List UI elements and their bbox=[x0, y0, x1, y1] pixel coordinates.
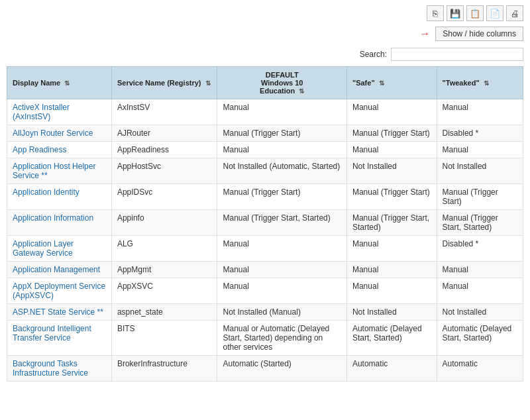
toolbar: ⎘ 💾 📋 📄 🖨 bbox=[0, 0, 530, 24]
sort-icon-registry: ⇅ bbox=[205, 79, 211, 87]
cell-default: Automatic (Started) bbox=[217, 356, 346, 382]
service-link[interactable]: AppX Deployment Service (AppXSVC) bbox=[13, 282, 105, 300]
table-row: Background Intelligent Transfer ServiceB… bbox=[7, 321, 523, 356]
cell-display-name: Application Identity bbox=[7, 184, 112, 210]
cell-registry-name: aspnet_state bbox=[111, 304, 217, 321]
cell-registry-name: ALG bbox=[111, 236, 217, 262]
search-input[interactable] bbox=[391, 48, 523, 61]
search-row: Search: bbox=[0, 45, 530, 66]
cell-default: Manual bbox=[217, 278, 346, 304]
cell-safe: Manual (Trigger Start) bbox=[346, 125, 437, 142]
save-icon-btn[interactable]: 💾 bbox=[447, 5, 464, 21]
cell-safe: Manual bbox=[346, 262, 437, 278]
table-row: Application InformationAppinfoManual (Tr… bbox=[7, 210, 523, 236]
cell-display-name: Application Host Helper Service ** bbox=[7, 158, 112, 184]
col-header-default[interactable]: DEFAULTWindows 10Education ⇅ bbox=[217, 67, 346, 99]
cell-display-name: Application Layer Gateway Service bbox=[7, 236, 112, 262]
cell-default: Manual or Automatic (Delayed Start, Star… bbox=[217, 321, 346, 356]
table-row: ActiveX Installer (AxInstSV)AxInstSVManu… bbox=[7, 99, 523, 125]
service-link[interactable]: Background Tasks Infrastructure Service bbox=[13, 359, 88, 378]
cell-tweaked: Manual bbox=[437, 142, 523, 158]
cell-display-name: AppX Deployment Service (AppXSVC) bbox=[7, 278, 112, 304]
service-link[interactable]: Application Identity bbox=[13, 187, 80, 197]
cell-registry-name: Appinfo bbox=[111, 210, 217, 236]
service-link[interactable]: Application Layer Gateway Service bbox=[13, 239, 74, 258]
pdf-icon-btn[interactable]: 📄 bbox=[486, 5, 504, 21]
cell-safe: Manual (Trigger Start, Started) bbox=[346, 210, 437, 236]
cell-registry-name: BITS bbox=[111, 321, 217, 356]
cell-default: Manual bbox=[217, 236, 346, 262]
col-header-service-name[interactable]: Service Name (Registry) ⇅ bbox=[111, 67, 217, 99]
arrow-icon: → bbox=[419, 28, 430, 40]
table-row: ASP.NET State Service **aspnet_stateNot … bbox=[7, 304, 523, 321]
cell-safe: Manual bbox=[346, 99, 437, 125]
cell-safe: Automatic (Delayed Start, Started) bbox=[346, 321, 437, 356]
table-row: Application ManagementAppMgmtManualManua… bbox=[7, 262, 523, 278]
table-container: Display Name ⇅ Service Name (Registry) ⇅… bbox=[0, 66, 530, 388]
cell-display-name: App Readiness bbox=[7, 142, 112, 158]
show-hide-row: → Show / hide columns bbox=[0, 24, 530, 45]
cell-safe: Manual bbox=[346, 278, 437, 304]
table-row: Application Host Helper Service **AppHos… bbox=[7, 158, 523, 184]
cell-tweaked: Disabled * bbox=[437, 125, 523, 142]
table-row: Application IdentityAppIDSvcManual (Trig… bbox=[7, 184, 523, 210]
search-label: Search: bbox=[360, 50, 387, 59]
cell-display-name: ActiveX Installer (AxInstSV) bbox=[7, 99, 112, 125]
cell-default: Manual bbox=[217, 262, 346, 278]
col-header-tweaked[interactable]: "Tweaked" ⇅ bbox=[437, 67, 523, 99]
cell-safe: Manual bbox=[346, 236, 437, 262]
service-link[interactable]: App Readiness bbox=[13, 145, 66, 154]
copy-icon-btn[interactable]: ⎘ bbox=[427, 5, 444, 21]
cell-registry-name: AppMgmt bbox=[111, 262, 217, 278]
cell-tweaked: Manual bbox=[437, 99, 523, 125]
service-link[interactable]: Background Intelligent Transfer Service bbox=[13, 324, 91, 342]
cell-tweaked: Automatic (Delayed Start, Started) bbox=[437, 321, 523, 356]
table-row: Background Tasks Infrastructure ServiceB… bbox=[7, 356, 523, 382]
service-link[interactable]: ASP.NET State Service ** bbox=[13, 307, 103, 317]
col-header-display-name[interactable]: Display Name ⇅ bbox=[7, 67, 112, 99]
export-icon-btn[interactable]: 📋 bbox=[466, 5, 484, 21]
sort-icon-safe: ⇅ bbox=[379, 79, 384, 87]
table-body: ActiveX Installer (AxInstSV)AxInstSVManu… bbox=[7, 99, 523, 382]
cell-registry-name: AppIDSvc bbox=[111, 184, 217, 210]
cell-default: Manual bbox=[217, 99, 346, 125]
service-link[interactable]: Application Host Helper Service ** bbox=[13, 162, 95, 180]
cell-tweaked: Not Installed bbox=[437, 158, 523, 184]
service-link[interactable]: AllJoyn Router Service bbox=[13, 129, 93, 138]
cell-registry-name: AppXSVC bbox=[111, 278, 217, 304]
cell-registry-name: BrokerInfrastructure bbox=[111, 356, 217, 382]
service-link[interactable]: Application Information bbox=[13, 213, 93, 223]
cell-display-name: AllJoyn Router Service bbox=[7, 125, 112, 142]
cell-display-name: Background Tasks Infrastructure Service bbox=[7, 356, 112, 382]
sort-icon-tweaked: ⇅ bbox=[484, 79, 489, 87]
cell-tweaked: Not Installed bbox=[437, 304, 523, 321]
cell-safe: Manual bbox=[346, 142, 437, 158]
cell-display-name: Application Management bbox=[7, 262, 112, 278]
cell-tweaked: Automatic bbox=[437, 356, 523, 382]
cell-display-name: Background Intelligent Transfer Service bbox=[7, 321, 112, 356]
cell-default: Manual bbox=[217, 142, 346, 158]
sort-icon-display: ⇅ bbox=[64, 79, 70, 87]
table-row: AllJoyn Router ServiceAJRouterManual (Tr… bbox=[7, 125, 523, 142]
cell-registry-name: AppReadiness bbox=[111, 142, 217, 158]
cell-default: Manual (Trigger Start) bbox=[217, 125, 346, 142]
services-table: Display Name ⇅ Service Name (Registry) ⇅… bbox=[7, 66, 523, 382]
cell-registry-name: AxInstSV bbox=[111, 99, 217, 125]
service-link[interactable]: Application Management bbox=[13, 265, 100, 274]
cell-tweaked: Manual bbox=[437, 262, 523, 278]
print-icon-btn[interactable]: 🖨 bbox=[506, 5, 523, 21]
cell-default: Not Installed (Automatic, Started) bbox=[217, 158, 346, 184]
cell-tweaked: Disabled * bbox=[437, 236, 523, 262]
table-row: Application Layer Gateway ServiceALGManu… bbox=[7, 236, 523, 262]
cell-default: Manual (Trigger Start) bbox=[217, 184, 346, 210]
cell-tweaked: Manual (Trigger Start, Started) bbox=[437, 210, 523, 236]
service-link[interactable]: ActiveX Installer (AxInstSV) bbox=[13, 103, 70, 121]
cell-safe: Automatic bbox=[346, 356, 437, 382]
cell-display-name: Application Information bbox=[7, 210, 112, 236]
cell-tweaked: Manual (Trigger Start) bbox=[437, 184, 523, 210]
cell-display-name: ASP.NET State Service ** bbox=[7, 304, 112, 321]
sort-icon-default: ⇅ bbox=[299, 87, 304, 95]
col-header-safe[interactable]: "Safe" ⇅ bbox=[346, 67, 437, 99]
show-hide-columns-button[interactable]: Show / hide columns bbox=[435, 26, 523, 41]
cell-safe: Manual (Trigger Start) bbox=[346, 184, 437, 210]
